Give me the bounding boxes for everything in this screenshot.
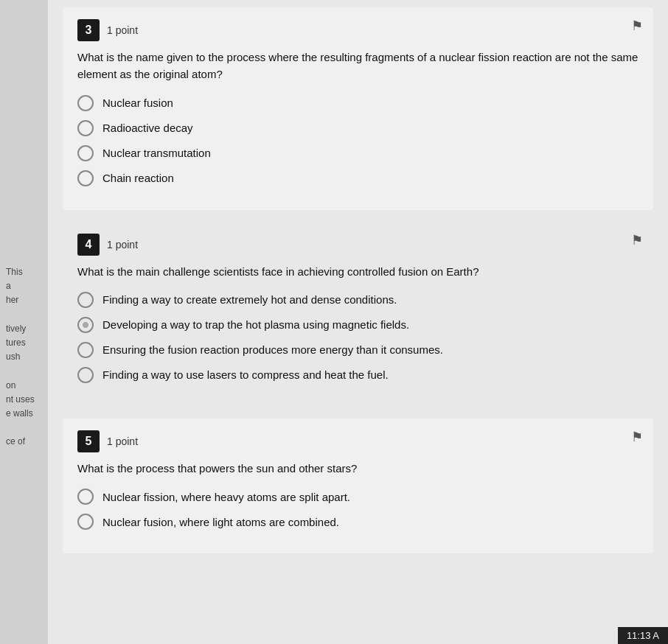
sidebar-word: a (6, 279, 35, 293)
question-3-points: 1 point (107, 24, 138, 36)
question-4-points: 1 point (107, 239, 138, 251)
sidebar-word: nt uses (6, 393, 35, 407)
option-item[interactable]: Nuclear fusion, where light atoms are co… (77, 514, 639, 530)
sidebar-word: tures (6, 336, 35, 350)
flag-icon-q3[interactable]: ⚑ (631, 18, 643, 34)
radio-option-0[interactable] (77, 489, 94, 505)
option-item[interactable]: Chain reaction (77, 170, 639, 186)
question-3-number: 3 (77, 19, 100, 41)
option-item[interactable]: Developing a way to trap the hot plasma … (77, 317, 639, 333)
question-4-text: What is the main challenge scientists fa… (77, 263, 639, 280)
question-5-block: 5 1 point ⚑ What is the process that pow… (63, 419, 653, 553)
option-item[interactable]: Ensuring the fusion reaction produces mo… (77, 342, 639, 358)
page-container: This a her tively tures ush on nt uses e… (0, 0, 668, 644)
sidebar-text: This a her tively tures ush on nt uses e… (6, 265, 35, 449)
option-item[interactable]: Finding a way to create extremely hot an… (77, 292, 639, 308)
option-label: Ensuring the fusion reaction produces mo… (102, 342, 443, 357)
sidebar-word: ce of (6, 435, 35, 449)
radio-option-3[interactable] (77, 170, 94, 186)
main-content: 3 1 point ⚑ What is the name given to th… (48, 0, 668, 580)
sidebar-word (6, 364, 35, 378)
radio-option-1[interactable] (77, 120, 94, 136)
option-label: Finding a way to create extremely hot an… (102, 292, 397, 307)
question-5-number: 5 (77, 430, 100, 452)
sidebar-word: on (6, 379, 35, 393)
radio-option-0[interactable] (77, 95, 94, 111)
radio-option-0[interactable] (77, 292, 94, 308)
sidebar-word: e walls (6, 407, 35, 421)
question-4-number: 4 (77, 234, 100, 256)
flag-icon-q4[interactable]: ⚑ (631, 232, 643, 248)
sidebar-word: tively (6, 322, 35, 336)
question-3-header: 3 1 point (77, 19, 639, 41)
question-5-points: 1 point (107, 435, 138, 447)
radio-option-2[interactable] (77, 145, 94, 161)
option-label: Nuclear fusion (102, 95, 173, 111)
question-5-header: 5 1 point (77, 430, 639, 452)
question-5-options: Nuclear fission, where heavy atoms are s… (77, 489, 639, 530)
sidebar-word (6, 421, 35, 435)
option-item[interactable]: Nuclear transmutation (77, 145, 639, 161)
left-sidebar: This a her tively tures ush on nt uses e… (0, 0, 48, 644)
option-label: Radioactive decay (102, 120, 193, 136)
option-item[interactable]: Finding a way to use lasers to compress … (77, 367, 639, 383)
question-5-text: What is the process that powers the sun … (77, 460, 639, 477)
sidebar-word: ush (6, 350, 35, 364)
question-3-block: 3 1 point ⚑ What is the name given to th… (63, 7, 653, 210)
radio-option-1[interactable] (77, 317, 94, 333)
flag-icon-q5[interactable]: ⚑ (631, 429, 643, 445)
question-3-text: What is the name given to the process wh… (77, 49, 639, 83)
sidebar-word (6, 308, 35, 322)
question-4-header: 4 1 point (77, 234, 639, 256)
option-label: Nuclear fusion, where light atoms are co… (102, 514, 339, 530)
question-4-block: 4 1 point ⚑ What is the main challenge s… (63, 222, 653, 407)
question-4-options: Finding a way to create extremely hot an… (77, 292, 639, 383)
radio-option-2[interactable] (77, 342, 94, 358)
time-display: 11:13 A (618, 627, 668, 644)
option-item[interactable]: Radioactive decay (77, 120, 639, 136)
option-label: Nuclear transmutation (102, 145, 211, 161)
option-label: Nuclear fission, where heavy atoms are s… (102, 489, 350, 505)
question-3-options: Nuclear fusion Radioactive decay Nuclear… (77, 95, 639, 186)
sidebar-word: her (6, 293, 35, 307)
option-item[interactable]: Nuclear fission, where heavy atoms are s… (77, 489, 639, 505)
sidebar-word: This (6, 265, 35, 279)
radio-option-3[interactable] (77, 367, 94, 383)
option-label: Developing a way to trap the hot plasma … (102, 317, 409, 332)
option-label: Chain reaction (102, 170, 174, 186)
radio-option-1[interactable] (77, 514, 94, 530)
option-label: Finding a way to use lasers to compress … (102, 367, 389, 382)
option-item[interactable]: Nuclear fusion (77, 95, 639, 111)
